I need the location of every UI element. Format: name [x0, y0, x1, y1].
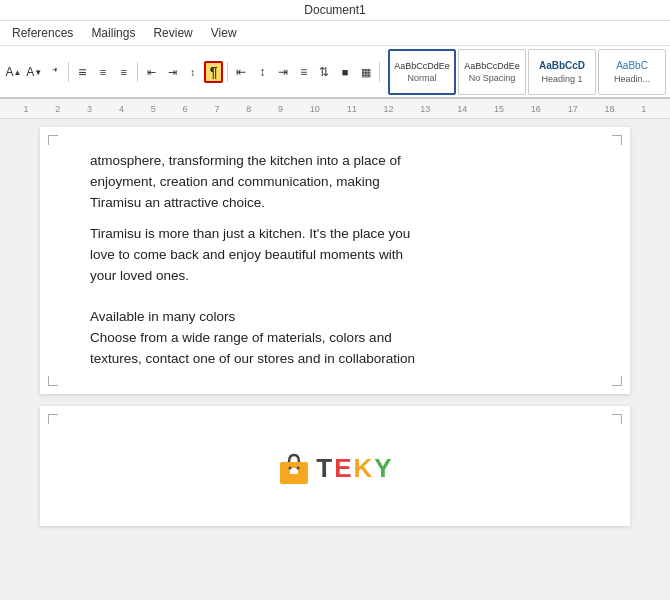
style-heading1[interactable]: AaBbCcD Heading 1	[528, 49, 596, 95]
document-area[interactable]: atmosphere, transforming the kitchen int…	[0, 119, 670, 599]
bullets-button[interactable]: ≡	[73, 61, 92, 83]
menu-bar: References Mailings Review View	[0, 21, 670, 46]
corner-tr	[612, 135, 622, 145]
increase-indent-button[interactable]: ⇥	[163, 61, 182, 83]
corner-tl	[48, 135, 58, 145]
justify-button[interactable]: ≡	[294, 61, 313, 83]
font-size-down-button[interactable]: A▼	[25, 61, 44, 83]
text-line-3: Tiramisu an attractive choice.	[90, 193, 580, 214]
menu-view[interactable]: View	[203, 23, 245, 43]
style-heading2[interactable]: AaBbC Headin...	[598, 49, 666, 95]
text-line-2: enjoyment, creation and communication, m…	[90, 172, 580, 193]
svg-point-2	[289, 467, 292, 470]
svg-rect-1	[290, 468, 298, 474]
align-right-button[interactable]: ⇥	[274, 61, 293, 83]
sep2	[137, 62, 138, 82]
style-heading1-label: Heading 1	[542, 74, 583, 84]
style-nospace-sample: AaBbCcDdEe	[464, 61, 520, 72]
sep3	[227, 62, 228, 82]
page2-corner-tr	[612, 414, 622, 424]
style-heading2-sample: AaBbC	[616, 60, 648, 72]
text-line-10: textures, contact one of our stores and …	[90, 349, 580, 370]
menu-references[interactable]: References	[4, 23, 81, 43]
page-1-content[interactable]: atmosphere, transforming the kitchen int…	[90, 151, 580, 370]
page-2: TEKY	[40, 406, 630, 526]
sep4	[379, 62, 380, 82]
line-spacing-button[interactable]: ⇅	[315, 61, 334, 83]
text-line-6: your loved ones.	[90, 266, 580, 287]
decrease-indent-button[interactable]: ⇤	[142, 61, 161, 83]
numbering-button[interactable]: ≡	[94, 61, 113, 83]
style-nospace-label: No Spacing	[469, 73, 516, 83]
logo-t: T	[316, 453, 334, 483]
ruler: 1 2 3 4 5 6 7 8 9 10 11 12 13 14 15 16 1…	[0, 99, 670, 119]
style-normal-sample: AaBbCcDdEe	[394, 61, 450, 72]
ribbon: A▲ A▼ 𝀀 ≡ ≡ ≡ ⇤ ⇥ ↕ ¶ ⇤ ↕ ⇥ ≡ ⇅ ■ ▦ AaBb…	[0, 46, 670, 99]
style-heading1-sample: AaBbCcD	[539, 60, 585, 72]
sep1	[68, 62, 69, 82]
style-no-spacing[interactable]: AaBbCcDdEe No Spacing	[458, 49, 526, 95]
logo-bag-icon	[276, 450, 312, 486]
text-line-1: atmosphere, transforming the kitchen int…	[90, 151, 580, 172]
svg-point-3	[297, 467, 300, 470]
logo-y: Y	[374, 453, 393, 483]
title-bar: Document1	[0, 0, 670, 21]
corner-bl	[48, 376, 58, 386]
ruler-numbers: 1 2 3 4 5 6 7 8 9 10 11 12 13 14 15 16 1…	[10, 104, 660, 114]
paragraph-marks-button[interactable]: ¶	[204, 61, 223, 83]
text-line-9: Choose from a wide range of materials, c…	[90, 328, 580, 349]
logo-k: K	[354, 453, 375, 483]
corner-br	[612, 376, 622, 386]
borders-button[interactable]: ▦	[357, 61, 376, 83]
ribbon-row: A▲ A▼ 𝀀 ≡ ≡ ≡ ⇤ ⇥ ↕ ¶ ⇤ ↕ ⇥ ≡ ⇅ ■ ▦ AaBb…	[4, 49, 666, 95]
menu-review[interactable]: Review	[145, 23, 200, 43]
align-center-button[interactable]: ↕	[253, 61, 272, 83]
shading-button[interactable]: ■	[336, 61, 355, 83]
page-1: atmosphere, transforming the kitchen int…	[40, 127, 630, 394]
page2-corner-tl	[48, 414, 58, 424]
text-line-4: Tiramisu is more than just a kitchen. It…	[90, 224, 580, 245]
align-left-button[interactable]: ⇤	[232, 61, 251, 83]
logo-text: TEKY	[316, 453, 393, 484]
style-normal[interactable]: AaBbCcDdEe Normal	[388, 49, 456, 95]
document-title: Document1	[304, 3, 365, 17]
sort-button[interactable]: ↕	[183, 61, 202, 83]
clear-format-button[interactable]: 𝀀	[45, 61, 64, 83]
menu-mailings[interactable]: Mailings	[83, 23, 143, 43]
style-gallery: AaBbCcDdEe Normal AaBbCcDdEe No Spacing …	[388, 49, 666, 95]
logo-e: E	[334, 453, 353, 483]
font-size-up-button[interactable]: A▲	[4, 61, 23, 83]
text-line-5: love to come back and enjoy beautiful mo…	[90, 245, 580, 266]
multilevel-button[interactable]: ≡	[114, 61, 133, 83]
logo-area: TEKY	[90, 430, 580, 496]
style-heading2-label: Headin...	[614, 74, 650, 84]
style-normal-label: Normal	[408, 73, 437, 83]
text-break	[90, 287, 580, 308]
text-line-8: Available in many colors	[90, 307, 580, 328]
